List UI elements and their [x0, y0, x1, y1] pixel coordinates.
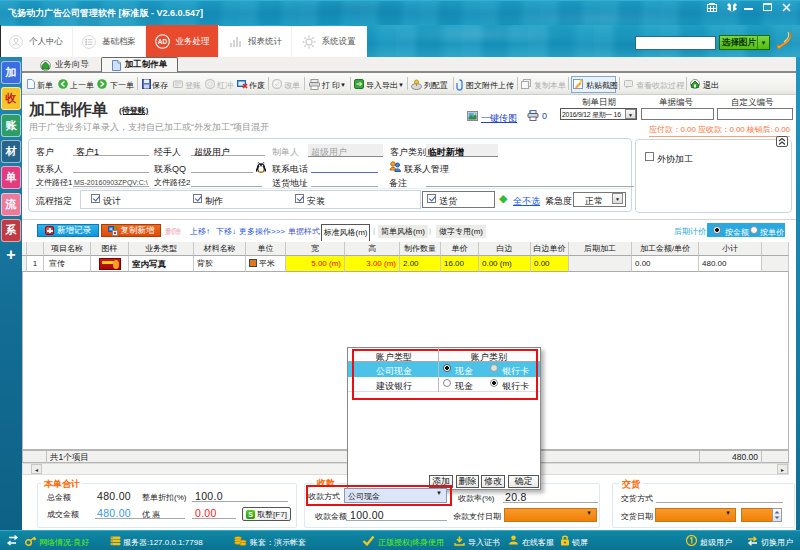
svg-text:AD: AD — [157, 38, 167, 45]
